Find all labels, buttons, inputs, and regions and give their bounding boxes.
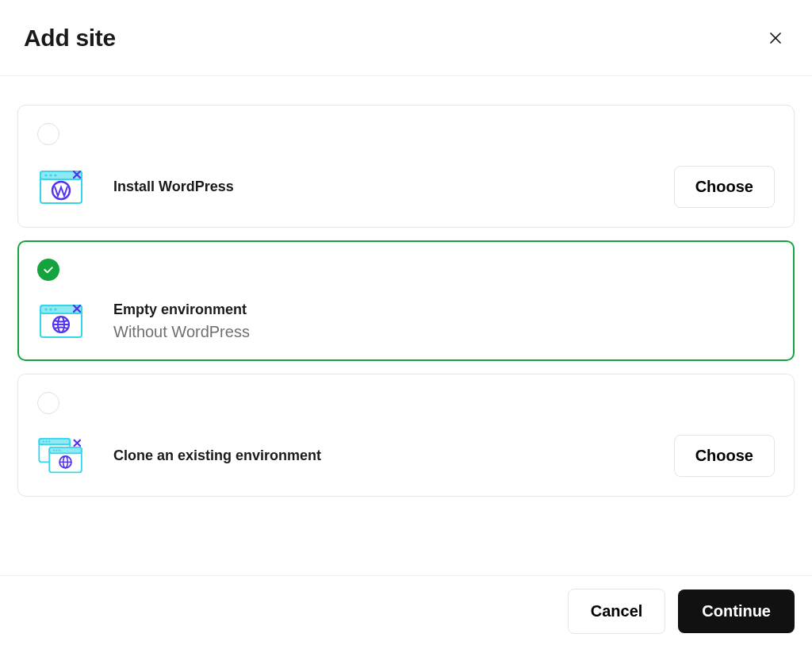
modal-header: Add site — [0, 0, 812, 76]
radio-indicator — [37, 123, 59, 145]
radio-indicator — [37, 392, 59, 414]
globe-window-icon — [37, 302, 85, 340]
cancel-button[interactable]: Cancel — [568, 589, 666, 634]
option-list: Install WordPress Choose — [0, 76, 812, 513]
svg-point-12 — [44, 308, 47, 310]
option-clone-environment[interactable]: Clone an existing environment Choose — [17, 374, 795, 497]
svg-point-22 — [43, 440, 44, 442]
close-icon — [768, 31, 783, 45]
svg-point-23 — [45, 440, 47, 442]
wordpress-window-icon — [37, 168, 85, 206]
close-button[interactable] — [763, 25, 788, 51]
svg-point-13 — [49, 308, 52, 310]
option-title: Clone an existing environment — [113, 447, 321, 464]
option-empty-environment[interactable]: Empty environment Without WordPress — [17, 240, 795, 361]
clone-windows-icon — [37, 437, 85, 475]
option-install-wordpress[interactable]: Install WordPress Choose — [17, 105, 795, 228]
continue-button[interactable]: Continue — [678, 589, 795, 633]
check-icon — [42, 263, 55, 276]
svg-point-29 — [59, 449, 60, 451]
svg-point-6 — [54, 174, 56, 176]
page-title: Add site — [24, 25, 116, 52]
radio-indicator — [37, 259, 59, 281]
choose-button[interactable]: Choose — [674, 166, 775, 208]
svg-point-27 — [53, 449, 55, 451]
option-title: Empty environment — [113, 301, 250, 318]
modal-footer: Cancel Continue — [0, 575, 812, 634]
svg-point-24 — [48, 440, 50, 442]
option-title: Install WordPress — [113, 179, 234, 195]
svg-point-28 — [56, 449, 57, 451]
option-subtitle: Without WordPress — [113, 323, 250, 341]
svg-point-4 — [44, 174, 47, 176]
svg-point-14 — [54, 308, 56, 310]
svg-point-5 — [49, 174, 52, 176]
choose-button[interactable]: Choose — [674, 435, 775, 477]
